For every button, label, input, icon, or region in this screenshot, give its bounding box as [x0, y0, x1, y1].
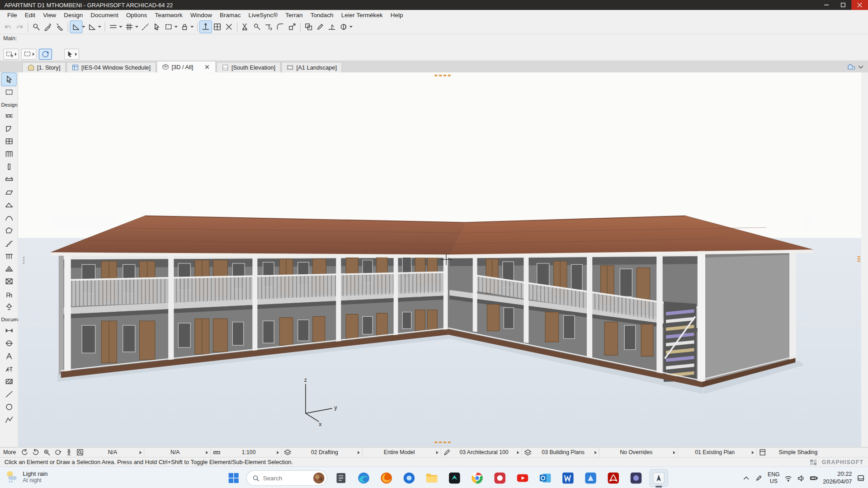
- taskbar-app-firefox[interactable]: [377, 470, 395, 487]
- undo-icon[interactable]: [2, 21, 14, 33]
- close-button[interactable]: [851, 0, 868, 10]
- scale-field[interactable]: 1:100: [211, 448, 282, 457]
- menu-view[interactable]: View: [39, 11, 60, 19]
- arrow-tool-button[interactable]: [64, 48, 79, 59]
- taskbar-app-archicad[interactable]: [650, 470, 668, 487]
- menu-window[interactable]: Window: [186, 11, 216, 19]
- polyline-tool[interactable]: [2, 413, 16, 426]
- wall-tool[interactable]: [2, 109, 16, 122]
- taskbar-app-red[interactable]: [491, 470, 509, 487]
- text-tool[interactable]: [2, 350, 16, 362]
- guide-line-icon[interactable]: [140, 21, 151, 33]
- taskbar-app-acrobat[interactable]: [604, 470, 622, 487]
- tab-a1-landscape[interactable]: [A1 Landscape]: [282, 62, 343, 72]
- tab-story[interactable]: [1. Story]: [22, 62, 66, 72]
- zone-tool[interactable]: [2, 275, 16, 288]
- building-3d-model[interactable]: z y x: [18, 72, 861, 447]
- pen-set-field[interactable]: 03 Architectural 100: [441, 448, 522, 457]
- wifi-icon[interactable]: [785, 474, 793, 482]
- menu-options[interactable]: Options: [122, 11, 151, 19]
- marquee-mode-button[interactable]: [21, 48, 37, 59]
- roof-tool[interactable]: [2, 199, 16, 211]
- level-dimension-tool[interactable]: [2, 337, 16, 350]
- taskbar-app-file-explorer[interactable]: [423, 470, 441, 487]
- resize-icon[interactable]: [286, 21, 298, 33]
- pick-up-tab-settings-icon[interactable]: [848, 63, 855, 70]
- layer-field[interactable]: 02 Drafting: [282, 448, 363, 457]
- back-view-icon[interactable]: [19, 448, 30, 457]
- tab-window-schedule[interactable]: [IES-04 Window Schedule]: [66, 62, 156, 72]
- menu-livesync[interactable]: LiveSync®: [245, 11, 282, 19]
- elevation-marker-icon[interactable]: [326, 21, 338, 33]
- minimize-button[interactable]: [818, 0, 835, 10]
- structure-display-field[interactable]: Entire Model: [363, 448, 441, 457]
- beam-tool[interactable]: [2, 173, 16, 186]
- marquee-options-dropdown-icon[interactable]: [175, 26, 178, 28]
- set-square-alt-icon[interactable]: [86, 21, 98, 33]
- start-button[interactable]: [226, 470, 241, 486]
- annotate-pencil-icon[interactable]: [315, 21, 326, 33]
- shell-tool[interactable]: [2, 211, 16, 224]
- orbit-button[interactable]: [39, 48, 52, 59]
- orbit-icon[interactable]: [52, 448, 63, 457]
- label-tool[interactable]: [2, 362, 16, 375]
- marquee-tool[interactable]: [2, 86, 16, 99]
- close-tab-icon[interactable]: [204, 64, 211, 70]
- slab-tool[interactable]: [2, 186, 16, 198]
- group-lock-dropdown-icon[interactable]: [190, 26, 193, 28]
- pen-input-icon[interactable]: [755, 474, 763, 482]
- marquee-select-expander-icon[interactable]: [15, 52, 17, 56]
- lamp-tool[interactable]: [2, 300, 16, 313]
- taskbar-app-youtube[interactable]: [514, 470, 531, 487]
- cursor-snap-icon[interactable]: [151, 21, 163, 33]
- wall-reference-icon[interactable]: [108, 21, 119, 33]
- notification-center-icon[interactable]: [857, 474, 865, 482]
- taskbar-search[interactable]: [246, 470, 327, 486]
- unlink-icon[interactable]: [223, 21, 235, 33]
- marquee-options-icon[interactable]: [163, 21, 175, 33]
- viewport-3d[interactable]: z y x: [18, 72, 861, 447]
- menu-edit[interactable]: Edit: [21, 11, 39, 19]
- set-square-dropdown-icon[interactable]: [82, 26, 85, 28]
- menu-teamwork[interactable]: Teamwork: [151, 11, 187, 19]
- fit-in-window-icon[interactable]: [75, 448, 85, 457]
- shadow-settings-dropdown-icon[interactable]: [349, 26, 353, 28]
- tab-south-elevation[interactable]: [South Elevation]: [217, 62, 281, 72]
- menu-tondach[interactable]: Tondach: [307, 11, 337, 19]
- taskbar-app-edge[interactable]: [355, 470, 373, 487]
- layer-combination-field[interactable]: 03 Building Plans: [522, 448, 599, 457]
- weather-widget[interactable]: Light rain At night: [5, 469, 48, 483]
- clock[interactable]: 20:22 2026/04/07: [823, 470, 852, 485]
- taskbar-app-outlook[interactable]: [537, 470, 554, 487]
- railing-tool[interactable]: [2, 249, 16, 262]
- pane-splitter-handle-left[interactable]: [23, 257, 24, 264]
- split-icon[interactable]: [240, 21, 251, 33]
- mesh-tool[interactable]: [2, 262, 16, 275]
- field-2[interactable]: N/A: [144, 448, 211, 457]
- pane-splitter-handle-right[interactable]: [858, 256, 860, 262]
- menu-help[interactable]: Help: [387, 11, 407, 19]
- renovation-filter-field[interactable]: 01 Existing Plan: [678, 448, 757, 457]
- set-square-alt-dropdown-icon[interactable]: [98, 26, 101, 28]
- group-lock-icon[interactable]: [179, 21, 191, 33]
- adjust-icon[interactable]: [251, 21, 263, 33]
- tab-3d-all[interactable]: [3D / All]: [156, 61, 216, 73]
- wall-reference-dropdown-icon[interactable]: [119, 26, 122, 28]
- menu-document[interactable]: Document: [87, 11, 123, 19]
- multiply-icon[interactable]: [303, 21, 315, 33]
- taskbar-app-blue-browser[interactable]: [400, 470, 418, 487]
- shadow-settings-icon[interactable]: [338, 21, 349, 33]
- menu-design[interactable]: Design: [60, 11, 87, 19]
- grid-snap-dropdown-icon[interactable]: [135, 26, 138, 28]
- column-tool[interactable]: [2, 160, 16, 173]
- inject-parameters-icon[interactable]: [54, 21, 66, 33]
- shading-mode-field[interactable]: Simple Shading: [757, 448, 830, 457]
- element-snap-icon[interactable]: [200, 21, 212, 33]
- trim-icon[interactable]: [263, 21, 275, 33]
- dimension-tool[interactable]: [2, 324, 16, 337]
- object-tool[interactable]: [2, 288, 16, 300]
- forward-view-icon[interactable]: [30, 448, 41, 457]
- marquee-select-button[interactable]: [3, 48, 19, 59]
- language-indicator[interactable]: ENG US: [768, 471, 780, 484]
- taskbar-app-indigo[interactable]: [627, 470, 645, 487]
